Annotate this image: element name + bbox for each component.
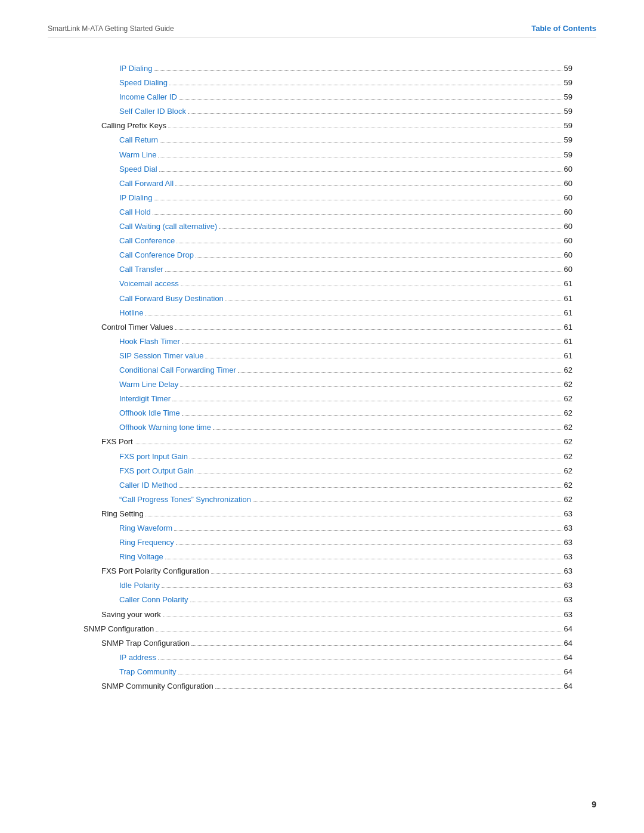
toc-dots: [196, 473, 562, 473]
toc-label[interactable]: Income Caller ID: [119, 91, 177, 104]
toc-label[interactable]: Warm Line: [119, 148, 156, 162]
toc-label[interactable]: Ring Waveform: [119, 522, 172, 535]
toc-dots: [135, 444, 562, 444]
toc-page-number: 63: [564, 579, 572, 592]
toc-dots: [177, 243, 562, 243]
toc-label[interactable]: Speed Dial: [119, 163, 157, 176]
toc-label[interactable]: IP address: [119, 651, 156, 664]
toc-label[interactable]: Ring Frequency: [119, 536, 174, 549]
toc-dots: [190, 602, 562, 602]
toc-label[interactable]: Warm Line Delay: [119, 378, 178, 391]
toc-dots: [175, 185, 562, 186]
toc-page-number: 62: [564, 450, 572, 463]
page-number: 9: [592, 800, 596, 809]
toc-page-number: 63: [564, 593, 572, 606]
toc-page-number: 62: [564, 378, 572, 391]
toc-page-number: 63: [564, 522, 572, 535]
toc-label[interactable]: Call Conference Drop: [119, 249, 194, 262]
toc-dots: [162, 587, 562, 588]
toc-dots: [145, 315, 562, 315]
toc-label[interactable]: Idle Polarity: [119, 579, 160, 592]
toc-page-number: 60: [564, 191, 572, 205]
toc-label: Saving your work: [101, 608, 161, 621]
toc-row: Warm Line59: [83, 148, 572, 162]
toc-label[interactable]: Ring Voltage: [119, 550, 163, 563]
toc-row: Hook Flash Timer61: [83, 335, 572, 348]
toc-label[interactable]: Conditional Call Forwarding Timer: [119, 364, 236, 377]
toc-label: SNMP Configuration: [83, 623, 154, 636]
toc-label[interactable]: Call Transfer: [119, 263, 163, 276]
toc-page-number: 60: [564, 220, 572, 233]
toc-dots: [158, 157, 562, 157]
toc-dots: [213, 429, 562, 430]
toc-label[interactable]: Offhook Idle Time: [119, 407, 180, 420]
toc-dots: [165, 559, 562, 559]
toc-page-number: 62: [564, 421, 572, 434]
toc-label[interactable]: “Call Progress Tones” Synchronization: [119, 493, 251, 506]
toc-row: FXS Port Polarity Configuration63: [83, 565, 572, 578]
toc-label[interactable]: IP Dialing: [119, 191, 152, 205]
toc-label[interactable]: Call Hold: [119, 206, 151, 219]
toc-dots: [160, 142, 562, 143]
toc-dots: [165, 271, 562, 272]
toc-label[interactable]: IP Dialing: [119, 62, 152, 75]
toc-label[interactable]: Call Forward All: [119, 177, 174, 190]
toc-page-number: 61: [564, 292, 572, 305]
toc-dots: [178, 674, 562, 674]
toc-page-number: 61: [564, 277, 572, 290]
toc-page-number: 62: [564, 392, 572, 405]
toc-page-number: 61: [564, 349, 572, 363]
toc-label[interactable]: FXS port Output Gain: [119, 465, 194, 478]
toc-dots: [174, 530, 562, 531]
toc-page-number: 59: [564, 62, 572, 75]
toc-label[interactable]: Hotline: [119, 306, 143, 320]
toc-label[interactable]: Caller Conn Polarity: [119, 593, 188, 606]
toc-label[interactable]: SIP Session Timer value: [119, 349, 203, 363]
toc-dots: [190, 459, 562, 459]
toc-row: Hotline61: [83, 306, 572, 320]
toc-label[interactable]: Self Caller ID Block: [119, 105, 186, 118]
toc-label[interactable]: Trap Community: [119, 665, 177, 679]
toc-dots: [154, 200, 562, 200]
toc-label[interactable]: Speed Dialing: [119, 76, 168, 89]
toc-page-number: 59: [564, 105, 572, 118]
toc-page-number: 64: [564, 623, 572, 636]
toc-dots: [158, 659, 562, 660]
toc-label[interactable]: Call Conference: [119, 234, 175, 247]
toc-row: SIP Session Timer value61: [83, 349, 572, 363]
toc-label[interactable]: Call Forward Busy Destination: [119, 292, 224, 305]
toc-label[interactable]: Hook Flash Timer: [119, 335, 180, 348]
toc-label[interactable]: Call Waiting (call alternative): [119, 220, 217, 233]
toc-dots: [172, 401, 562, 401]
toc-label[interactable]: Voicemail access: [119, 277, 179, 290]
toc-page-number: 61: [564, 335, 572, 348]
toc-page-number: 62: [564, 364, 572, 377]
toc-label[interactable]: Offhook Warning tone time: [119, 421, 211, 434]
toc-label: SNMP Community Configuration: [101, 680, 213, 693]
toc-row: Interdigit Timer62: [83, 392, 572, 405]
toc-label: Control Timer Values: [101, 321, 173, 334]
toc-page-number: 63: [564, 507, 572, 521]
toc-dots: [215, 688, 562, 689]
toc-row: Voicemail access61: [83, 277, 572, 290]
toc-label[interactable]: Caller ID Method: [119, 479, 178, 492]
toc-row: Warm Line Delay62: [83, 378, 572, 391]
toc-row: SNMP Trap Configuration64: [83, 637, 572, 650]
toc-row: Trap Community64: [83, 665, 572, 679]
toc-page-number: 60: [564, 163, 572, 176]
toc-row: Call Conference60: [83, 234, 572, 247]
toc-row: Control Timer Values61: [83, 321, 572, 334]
toc-row: Offhook Idle Time62: [83, 407, 572, 420]
toc-container: IP Dialing59Speed Dialing59Income Caller…: [48, 62, 596, 693]
toc-page-number: 60: [564, 263, 572, 276]
toc-label[interactable]: FXS port Input Gain: [119, 450, 188, 463]
toc-row: Call Forward Busy Destination61: [83, 292, 572, 305]
toc-label[interactable]: Call Return: [119, 134, 158, 147]
toc-page-number: 62: [564, 465, 572, 478]
toc-page-number: 59: [564, 119, 572, 132]
toc-row: Ring Voltage63: [83, 550, 572, 563]
toc-row: Caller Conn Polarity63: [83, 593, 572, 606]
toc-row: Idle Polarity63: [83, 579, 572, 592]
header-title: SmartLink M-ATA Getting Started Guide: [48, 24, 174, 33]
toc-label[interactable]: Interdigit Timer: [119, 392, 171, 405]
